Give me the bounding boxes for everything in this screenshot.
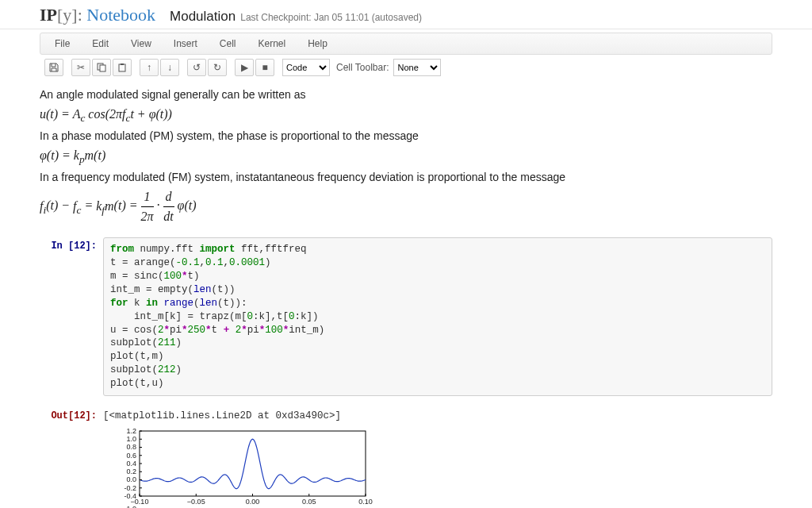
play-icon: ▶ bbox=[241, 62, 248, 73]
input-prompt: In [12]: bbox=[40, 237, 103, 396]
notebook-container: An angle modulated signal generally can … bbox=[0, 87, 812, 508]
menubar: File Edit View Insert Cell Kernel Help bbox=[40, 33, 772, 55]
output-prompt: Out[12]: bbox=[40, 407, 103, 421]
code-input[interactable]: from numpy.fft import fft,fftfreq t = ar… bbox=[103, 237, 772, 396]
equation-1: u(t) = Ac cos(2πfct + φ(t)) bbox=[40, 105, 772, 126]
output-cell: Out[12]: [<matplotlib.lines.Line2D at 0x… bbox=[40, 407, 772, 421]
svg-rect-2 bbox=[119, 64, 125, 71]
logo-y: [y]: bbox=[57, 5, 82, 25]
md-line: In a frequency modulated (FM) system, in… bbox=[40, 169, 772, 186]
logo-ip: IP bbox=[40, 5, 57, 25]
logo-nb: Notebook bbox=[82, 5, 155, 25]
markdown-cell[interactable]: An angle modulated signal generally can … bbox=[40, 87, 772, 226]
output-text: [<matplotlib.lines.Line2D at 0xd3a490c>] bbox=[103, 407, 772, 421]
cell-toolbar-select[interactable]: None bbox=[393, 59, 441, 76]
menu-file[interactable]: File bbox=[45, 35, 79, 52]
logo: IP[y]: Notebook bbox=[40, 5, 155, 25]
run-button[interactable]: ▶ bbox=[235, 59, 254, 76]
menu-insert[interactable]: Insert bbox=[164, 35, 207, 52]
cut-button[interactable]: ✂ bbox=[71, 59, 90, 76]
toolbar: ✂ ↑ ↓ ↺ ↻ ▶ ■ Code Cell Toolbar: None bbox=[40, 56, 772, 79]
save-button[interactable] bbox=[44, 59, 63, 76]
scissors-icon: ✂ bbox=[77, 62, 85, 73]
chart-top: 1.21.00.80.60.40.20.0-0.2-0.4 −0.10−0.05… bbox=[116, 428, 370, 507]
stop-icon: ■ bbox=[262, 62, 267, 73]
interrupt-button[interactable]: ■ bbox=[255, 59, 274, 76]
header: IP[y]: Notebook Modulation Last Checkpoi… bbox=[0, 0, 812, 29]
notebook-name[interactable]: Modulation bbox=[170, 9, 236, 25]
plot-output: 1.21.00.80.60.40.20.0-0.2-0.4 −0.10−0.05… bbox=[116, 428, 772, 508]
equation-3: fi(t) − fc = kfm(t) = 12π · ddt φ(t) bbox=[40, 187, 772, 226]
md-line: In a phase modulated (PM) system, the ph… bbox=[40, 128, 772, 144]
code-cell[interactable]: In [12]: from numpy.fft import fft,fftfr… bbox=[40, 237, 772, 396]
menu-view[interactable]: View bbox=[121, 35, 161, 52]
arrow-up-icon: ↑ bbox=[147, 62, 151, 73]
menu-help[interactable]: Help bbox=[298, 35, 337, 52]
circle-arrow-right-icon: ↻ bbox=[213, 62, 221, 73]
cell-type-select[interactable]: Code bbox=[282, 59, 330, 76]
md-line: An angle modulated signal generally can … bbox=[40, 87, 772, 103]
move-up-button[interactable]: ↑ bbox=[140, 59, 159, 76]
run-prev-button[interactable]: ↺ bbox=[187, 59, 206, 76]
menu-cell[interactable]: Cell bbox=[210, 35, 246, 52]
checkpoint-status: Last Checkpoint: Jan 05 11:01 (autosaved… bbox=[240, 12, 422, 23]
equation-2: φ(t) = kpm(t) bbox=[40, 146, 772, 167]
circle-arrow-left-icon: ↺ bbox=[193, 62, 201, 73]
move-down-button[interactable]: ↓ bbox=[160, 59, 179, 76]
run-next-button[interactable]: ↻ bbox=[208, 59, 227, 76]
svg-rect-1 bbox=[100, 65, 105, 71]
cell-toolbar-label: Cell Toolbar: bbox=[336, 62, 389, 73]
menu-edit[interactable]: Edit bbox=[82, 35, 118, 52]
svg-rect-4 bbox=[140, 431, 366, 496]
menu-kernel[interactable]: Kernel bbox=[249, 35, 296, 52]
copy-button[interactable] bbox=[92, 59, 111, 76]
paste-button[interactable] bbox=[113, 59, 132, 76]
arrow-down-icon: ↓ bbox=[167, 62, 172, 73]
svg-rect-3 bbox=[121, 64, 124, 65]
